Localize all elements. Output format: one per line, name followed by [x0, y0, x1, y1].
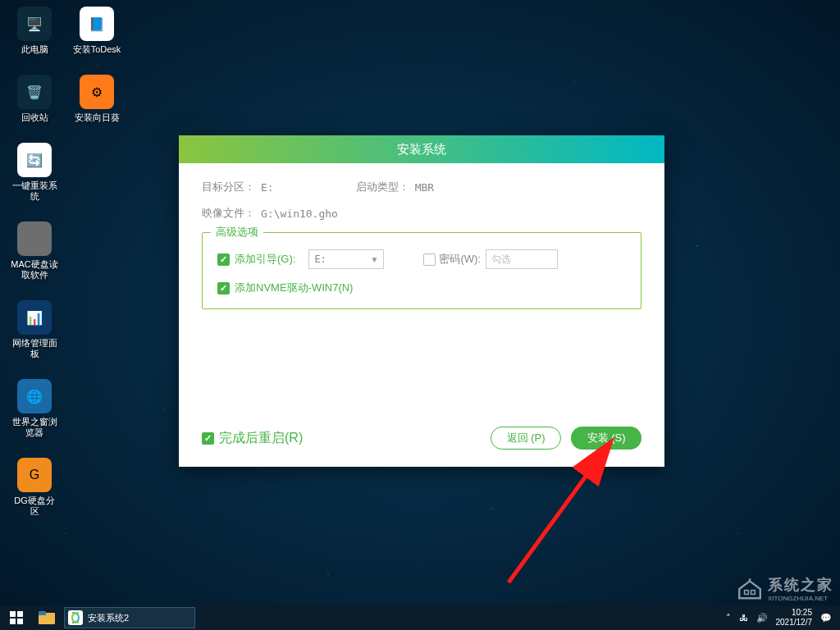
start-button[interactable]	[0, 605, 33, 630]
svg-rect-8	[39, 611, 46, 615]
image-file-label: 映像文件：	[202, 206, 261, 221]
check-icon: ✓	[217, 253, 230, 266]
sunflower-icon[interactable]: ⚙安装向日葵	[72, 75, 121, 123]
svg-rect-2	[751, 590, 756, 594]
pc-icon[interactable]: 🖥️此电脑	[10, 7, 59, 55]
add-nvme-checkbox[interactable]: ✓ 添加NVME驱动-WIN7(N)	[217, 281, 353, 295]
mac-disk-icon-glyph	[17, 221, 52, 256]
install-button[interactable]: 安装 (S)	[571, 427, 641, 450]
svg-rect-6	[17, 619, 23, 624]
check-icon: ✓	[202, 432, 214, 445]
todesk-icon[interactable]: 📘安装ToDesk	[72, 7, 121, 55]
todesk-icon-glyph: 📘	[80, 7, 114, 41]
dg-icon[interactable]: GDG硬盘分区	[10, 458, 59, 517]
advanced-title: 高级选项	[211, 225, 263, 240]
recycle-icon[interactable]: 🗑️回收站	[10, 75, 59, 123]
boot-type-value: MBR	[415, 181, 434, 194]
svg-line-0	[509, 447, 607, 582]
password-label: 密码(W):	[439, 252, 481, 267]
explorer-icon[interactable]	[33, 605, 61, 630]
image-file-value: G:\win10.gho	[261, 208, 338, 220]
target-partition-value: E:	[261, 181, 274, 194]
netpanel-icon-glyph: 📊	[17, 300, 52, 335]
tray-notification-icon[interactable]: 💬	[820, 613, 832, 623]
sunflower-icon-glyph: ⚙	[80, 75, 114, 109]
taskbar: 安装系统2 ˄ 🖧 🔊 10:25 2021/12/7 💬	[0, 605, 840, 630]
boot-drive-select[interactable]: E: ▼	[308, 249, 384, 269]
taskbar-task-install[interactable]: 安装系统2	[64, 607, 195, 628]
back-button[interactable]: 返回 (P)	[491, 427, 561, 450]
tray-network-icon[interactable]: 🖧	[739, 613, 748, 623]
house-icon	[737, 578, 763, 600]
boot-type-label: 启动类型：	[356, 180, 415, 194]
dg-icon-glyph: G	[17, 458, 52, 492]
svg-rect-1	[745, 590, 749, 594]
taskbar-clock[interactable]: 10:25 2021/12/7	[776, 608, 813, 628]
world-browser-icon-glyph: 🌐	[17, 379, 52, 413]
tray-up-icon[interactable]: ˄	[726, 613, 731, 623]
svg-rect-5	[10, 619, 16, 624]
world-browser-icon[interactable]: 🌐世界之窗浏览器	[10, 379, 59, 438]
install-dialog: 安装系统 目标分区： E: 启动类型： MBR 映像文件： G:\win10.g…	[179, 135, 664, 467]
netpanel-icon[interactable]: 📊网络管理面板	[10, 300, 59, 359]
check-icon: ✓	[217, 282, 230, 294]
password-checkbox[interactable]	[423, 253, 436, 266]
recycle-icon-glyph: 🗑️	[17, 75, 52, 109]
windows-icon	[10, 611, 23, 624]
tray-volume-icon[interactable]: 🔊	[756, 613, 768, 623]
svg-rect-3	[10, 611, 16, 617]
pc-icon-glyph: 🖥️	[17, 7, 52, 41]
task-app-icon	[68, 610, 83, 625]
add-boot-checkbox[interactable]: ✓ 添加引导(G):	[217, 252, 295, 267]
watermark: 系统之家 XITONGZHIJIA.NET	[737, 575, 833, 602]
checkbox-empty-icon	[423, 253, 436, 266]
restart-checkbox[interactable]: ✓ 完成后重启(R)	[202, 430, 303, 447]
reinstall-icon-glyph: 🔄	[17, 143, 52, 177]
chevron-down-icon: ▼	[370, 255, 378, 264]
svg-rect-4	[17, 611, 23, 617]
dialog-title: 安装系统	[179, 135, 664, 163]
advanced-fieldset: 高级选项 ✓ 添加引导(G): E: ▼ 密码(W): 勾选	[202, 232, 641, 309]
desktop: 🖥️此电脑🗑️回收站🔄一键重装系统MAC硬盘读取软件📊网络管理面板🌐世界之窗浏览…	[0, 0, 840, 605]
mac-disk-icon[interactable]: MAC硬盘读取软件	[10, 221, 59, 281]
reinstall-icon[interactable]: 🔄一键重装系统	[10, 143, 59, 202]
password-input[interactable]: 勾选	[486, 249, 558, 269]
target-partition-label: 目标分区：	[202, 180, 261, 194]
